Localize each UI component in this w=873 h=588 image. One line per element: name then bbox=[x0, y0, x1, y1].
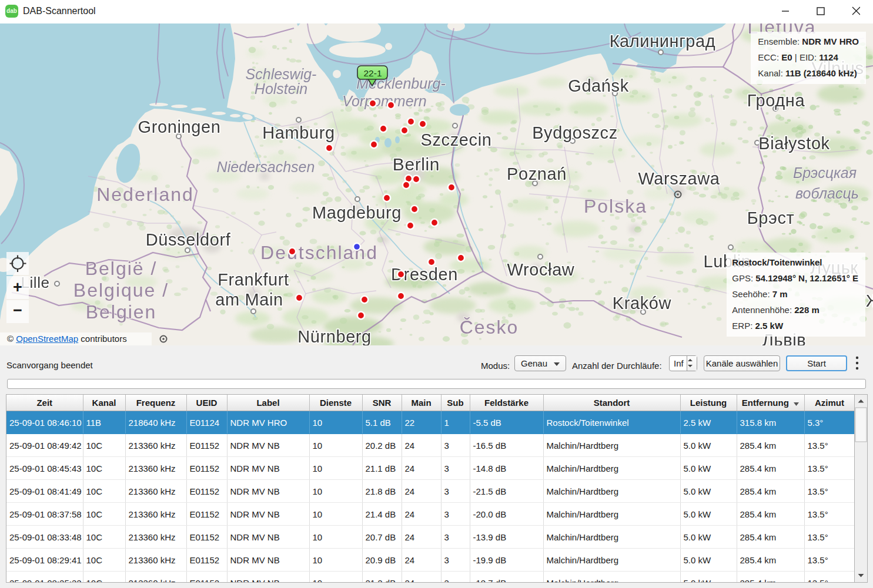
svg-text:Warszawa: Warszawa bbox=[638, 169, 720, 188]
svg-text:Belgique /: Belgique / bbox=[73, 280, 169, 301]
svg-text:Kraków: Kraków bbox=[613, 294, 672, 313]
svg-text:Polska: Polska bbox=[584, 196, 647, 217]
svg-text:Vorpommern: Vorpommern bbox=[342, 93, 427, 109]
svg-text:Holstein: Holstein bbox=[255, 80, 307, 97]
svg-text:Česko: Česko bbox=[460, 317, 519, 338]
svg-text:Брэсцкая: Брэсцкая bbox=[793, 164, 857, 181]
svg-text:Nederland: Nederland bbox=[96, 184, 194, 205]
svg-text:Калининград: Калининград bbox=[610, 32, 716, 51]
svg-text:am Main: am Main bbox=[215, 290, 283, 309]
svg-text:Schleswig-: Schleswig- bbox=[246, 66, 317, 82]
svg-text:Hamburg: Hamburg bbox=[262, 123, 335, 142]
svg-text:Frankfurt: Frankfurt bbox=[218, 270, 289, 289]
svg-text:Гродна: Гродна bbox=[747, 91, 805, 110]
svg-text:вобласць: вобласць bbox=[795, 185, 859, 201]
svg-text:Wrocław: Wrocław bbox=[507, 260, 575, 279]
svg-text:Szczecin: Szczecin bbox=[421, 130, 492, 149]
svg-text:Groningen: Groningen bbox=[138, 117, 221, 136]
svg-text:Bydgoszcz: Bydgoszcz bbox=[532, 123, 618, 142]
svg-text:Niedersachsen: Niedersachsen bbox=[217, 159, 315, 175]
svg-text:Magdeburg: Magdeburg bbox=[312, 203, 402, 222]
svg-text:Białystok: Białystok bbox=[758, 134, 829, 153]
svg-text:22-1: 22-1 bbox=[363, 68, 382, 78]
svg-text:Gdańsk: Gdańsk bbox=[568, 76, 629, 95]
svg-text:Nürnberg: Nürnberg bbox=[297, 327, 372, 345]
svg-text:België /: België / bbox=[85, 258, 158, 279]
svg-text:Брэст: Брэст bbox=[747, 209, 795, 227]
svg-text:Düsseldorf: Düsseldorf bbox=[146, 230, 231, 249]
svg-text:Belgien: Belgien bbox=[86, 301, 157, 322]
svg-text:Житомир: Житомир bbox=[866, 291, 873, 310]
svg-text:Poznań: Poznań bbox=[507, 164, 567, 183]
svg-text:Berlin: Berlin bbox=[393, 154, 440, 174]
